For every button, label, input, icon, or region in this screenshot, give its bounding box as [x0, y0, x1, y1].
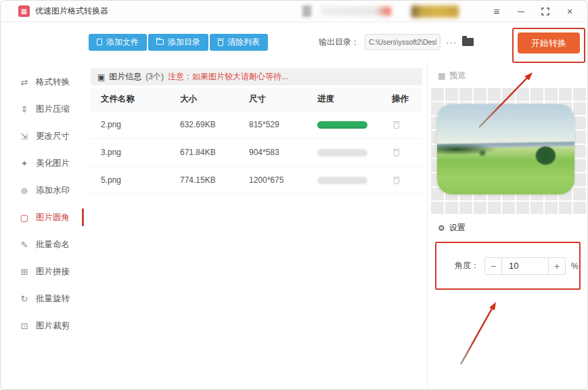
- beautify-icon: ✦: [19, 158, 30, 169]
- output-directory-group: 输出目录： ···: [319, 34, 474, 50]
- col-size: 大小: [180, 93, 249, 105]
- angle-stepper: − +: [484, 257, 566, 275]
- output-directory-input[interactable]: [365, 34, 440, 50]
- image-info-icon: ▣: [97, 72, 105, 82]
- add-files-button[interactable]: 添加文件: [89, 34, 147, 51]
- progress-bar: [317, 177, 367, 184]
- settings-title: 设置: [449, 222, 466, 234]
- app-title: 优速图片格式转换器: [35, 5, 108, 17]
- sidebar-item-watermark[interactable]: ⊚ 添加水印: [1, 177, 85, 204]
- preview-panel: ▦ 预览 ⚙ 设置 角度： − + %: [427, 62, 587, 390]
- cell-dimensions: 904*583: [249, 148, 317, 157]
- rounded-corners-icon: ▢: [19, 213, 30, 223]
- cell-dimensions: 815*529: [249, 120, 317, 129]
- image-compress-icon: ⇕: [19, 104, 30, 114]
- file-table-section: ▣ 图片信息 (3个) 注意：如果图片较大请耐心等待... 文件名称 大小 尺寸…: [85, 62, 427, 390]
- progress-bar: [317, 121, 367, 129]
- preview-title: 预览: [449, 70, 466, 81]
- image-stitch-icon: ⊞: [19, 267, 30, 277]
- menu-icon[interactable]: ≡: [487, 3, 506, 20]
- clear-list-label: 清除列表: [227, 37, 260, 48]
- table-header: 文件名称 大小 尺寸 进度 操作: [91, 88, 422, 111]
- open-folder-icon[interactable]: [462, 38, 474, 46]
- table-row: 5.png 774.15KB 1200*675: [91, 167, 422, 194]
- col-dimensions: 尺寸: [249, 93, 317, 105]
- browse-more-button[interactable]: ···: [446, 37, 457, 47]
- resize-icon: ⇲: [19, 131, 30, 142]
- sidebar-item-beautify[interactable]: ✦ 美化图片: [1, 150, 85, 177]
- file-actions-group: 添加文件 添加目录 清除列表: [89, 34, 268, 51]
- sidebar-item-label: 图片裁剪: [36, 320, 70, 332]
- add-directory-button[interactable]: 添加目录: [148, 34, 208, 51]
- col-filename: 文件名称: [101, 93, 180, 105]
- sidebar-item-image-compress[interactable]: ⇕ 图片压缩: [1, 95, 85, 123]
- info-title: 图片信息: [109, 71, 141, 83]
- folder-icon: [156, 39, 164, 45]
- sidebar-item-label: 批量命名: [36, 239, 70, 251]
- sidebar-item-label: 图片拼接: [36, 266, 70, 278]
- settings-header: ⚙ 设置: [428, 219, 587, 239]
- gear-icon: ⚙: [438, 223, 445, 233]
- minimize-button[interactable]: ─: [512, 3, 530, 20]
- cell-filename: 5.png: [101, 175, 180, 185]
- sidebar-item-label: 图片压缩: [36, 104, 70, 115]
- sidebar-item-rounded-corners[interactable]: ▢ 图片圆角: [1, 204, 85, 231]
- sidebar-item-batch-rename[interactable]: ✎ 批量命名: [1, 231, 85, 258]
- sidebar-item-format-convert[interactable]: ⇄ 格式转换: [1, 68, 85, 95]
- trash-icon: [218, 40, 223, 46]
- output-directory-label: 输出目录：: [319, 37, 359, 48]
- batch-rotate-icon: ↻: [19, 294, 30, 304]
- maximize-icon: [541, 7, 549, 16]
- app-logo-icon: ▦: [18, 5, 30, 17]
- format-convert-icon: ⇄: [19, 77, 30, 87]
- info-bar: ▣ 图片信息 (3个) 注意：如果图片较大请耐心等待...: [91, 68, 422, 85]
- delete-row-icon[interactable]: [392, 148, 401, 156]
- info-count: (3个): [145, 71, 164, 83]
- watermark-icon: ⊚: [19, 186, 30, 196]
- blurred-vip-button[interactable]: [411, 5, 459, 18]
- cell-filename: 2.png: [101, 120, 180, 129]
- toolbar: 添加文件 添加目录 清除列表 输出目录： ··· 开始转换: [1, 22, 587, 62]
- body: ⇄ 格式转换 ⇕ 图片压缩 ⇲ 更改尺寸 ✦ 美化图片 ⊚ 添加水印 ▢ 图片圆…: [1, 62, 587, 390]
- sidebar-item-image-stitch[interactable]: ⊞ 图片拼接: [1, 258, 85, 285]
- blurred-badge-icon[interactable]: [302, 5, 311, 17]
- sidebar-item-batch-rotate[interactable]: ↻ 批量旋转: [1, 285, 85, 312]
- preview-header: ▦ 预览: [428, 67, 587, 87]
- progress-bar: [317, 149, 367, 156]
- angle-decrease-button[interactable]: −: [484, 257, 502, 275]
- maximize-button[interactable]: [536, 3, 555, 20]
- delete-row-icon[interactable]: [392, 121, 401, 129]
- cell-size: 632.69KB: [180, 120, 249, 129]
- sidebar-item-label: 添加水印: [36, 185, 70, 196]
- add-directory-label: 添加目录: [168, 37, 200, 48]
- cell-size: 671.84KB: [180, 148, 249, 157]
- angle-label: 角度：: [455, 260, 479, 272]
- preview-icon: ▦: [438, 71, 445, 81]
- sidebar-item-label: 格式转换: [36, 77, 70, 88]
- table-row: 3.png 671.84KB 904*583: [91, 139, 422, 167]
- sidebar-item-label: 批量旋转: [36, 293, 70, 305]
- file-icon: [97, 39, 102, 45]
- image-crop-icon: ⊡: [19, 321, 30, 331]
- add-files-label: 添加文件: [106, 37, 139, 48]
- transparency-grid: [430, 87, 586, 214]
- cell-dimensions: 1200*675: [249, 175, 317, 185]
- angle-setting-highlight-box: 角度： − + %: [435, 242, 581, 290]
- titlebar: ▦ 优速图片格式转换器 ≡ ─ ×: [1, 1, 587, 22]
- angle-input[interactable]: [502, 257, 548, 275]
- angle-increase-button[interactable]: +: [548, 257, 566, 275]
- preview-image: [437, 104, 574, 194]
- sidebar-item-resize[interactable]: ⇲ 更改尺寸: [1, 123, 85, 150]
- blurred-account-badge[interactable]: [321, 7, 391, 16]
- delete-row-icon[interactable]: [392, 176, 401, 184]
- start-convert-button[interactable]: 开始转换: [518, 32, 580, 53]
- cell-size: 774.15KB: [180, 175, 249, 185]
- sidebar-item-label: 图片圆角: [36, 212, 70, 223]
- angle-unit: %: [571, 261, 579, 271]
- clear-list-button[interactable]: 清除列表: [210, 34, 268, 51]
- sidebar: ⇄ 格式转换 ⇕ 图片压缩 ⇲ 更改尺寸 ✦ 美化图片 ⊚ 添加水印 ▢ 图片圆…: [1, 62, 85, 390]
- batch-rename-icon: ✎: [19, 240, 30, 250]
- sidebar-item-image-crop[interactable]: ⊡ 图片裁剪: [1, 312, 85, 339]
- close-button[interactable]: ×: [560, 3, 579, 20]
- table-row: 2.png 632.69KB 815*529: [91, 111, 422, 139]
